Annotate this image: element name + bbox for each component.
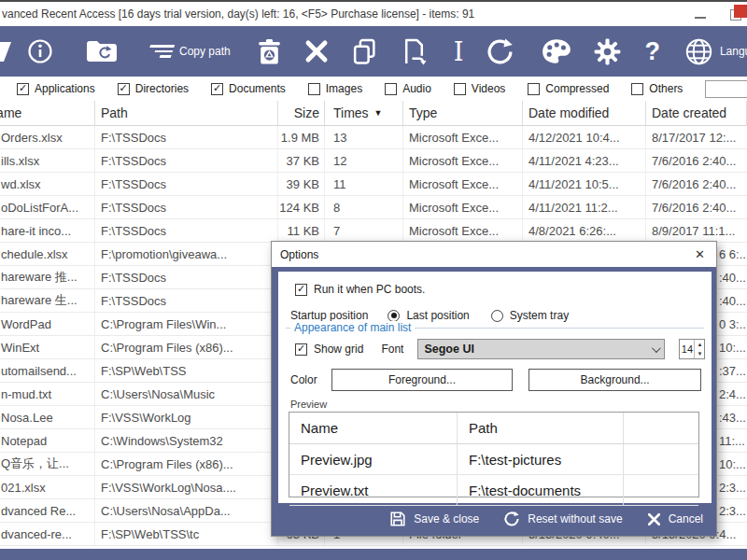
cell-name: hareware 推... [0, 266, 95, 288]
checkbox-icon [454, 83, 466, 95]
theme-button[interactable] [533, 26, 580, 77]
checkbox-icon [528, 83, 540, 95]
cell-name: Orders.xlsx [0, 126, 95, 148]
cell-type: Microsoft Exce... [403, 196, 523, 218]
cell-type: Microsoft Exce... [403, 149, 523, 172]
dialog-close-icon[interactable]: ✕ [692, 247, 708, 261]
run-at-boot-checkbox[interactable]: Run it when PC boots. [295, 283, 425, 296]
close-button[interactable] [734, 5, 747, 18]
cancel-x-icon [647, 512, 661, 526]
search-input[interactable] [705, 80, 747, 98]
clipped-filter-button[interactable] [0, 26, 20, 77]
delete-button[interactable] [297, 26, 336, 77]
table-row[interactable]: ills.xlsxF:\TSSDocs37 KB12Microsoft Exce… [0, 149, 747, 173]
cell-path: C:\Users\Nosa\AppDa... [95, 499, 278, 522]
radio-icon [491, 310, 503, 322]
radio-system-tray[interactable]: System tray [491, 309, 569, 322]
cell-name: dvanced-re... [0, 523, 95, 545]
color-label: Color [290, 373, 317, 386]
copy-path-label: Copy path [179, 45, 231, 58]
preview-label: Preview [290, 399, 327, 410]
filter-checkbox-videos[interactable]: Videos [454, 82, 505, 95]
reset-without-save-button[interactable]: Reset without save [503, 511, 622, 527]
column-header-size[interactable]: Size [278, 101, 325, 125]
column-header-date-created[interactable]: Date created [646, 101, 747, 125]
table-row[interactable]: hare-it inco...F:\TSSDocs11 KB7Microsoft… [0, 219, 747, 243]
info-button[interactable] [20, 26, 61, 77]
cancel-button[interactable]: Cancel [647, 512, 703, 526]
minimize-button[interactable] [695, 17, 706, 19]
table-row[interactable]: oDoListForA...F:\TSSDocs124 KB8Microsoft… [0, 196, 747, 219]
filter-checkbox-others[interactable]: Others [631, 82, 683, 95]
cell-modified: 4/12/2021 10:4... [523, 126, 646, 148]
cell-path: F:\VSS\WorkLog\Nosa.... [95, 476, 278, 498]
cell-size: 1.9 MB [278, 126, 325, 148]
cell-size: 39 KB [278, 173, 325, 195]
status-bar [0, 549, 747, 560]
radio-icon [388, 310, 400, 322]
background-button[interactable]: Background... [529, 369, 701, 391]
radio-last-position[interactable]: Last position [388, 309, 469, 322]
cell-created: 8/17/2017 12:... [646, 126, 747, 148]
rename-button[interactable]: I [446, 26, 472, 77]
copy-button[interactable] [344, 26, 386, 77]
dialog-title: Options [280, 248, 318, 261]
recycle-button[interactable] [249, 26, 289, 77]
cell-name: n-mud.txt [0, 383, 95, 405]
settings-button[interactable] [585, 26, 629, 77]
cell-name: Notepad [0, 429, 95, 452]
stepper-down-icon[interactable]: ▼ [695, 349, 704, 358]
filter-checkbox-documents[interactable]: Documents [211, 82, 286, 95]
filter-checkbox-images[interactable]: Images [308, 82, 362, 95]
checkbox-icon [17, 83, 29, 95]
column-header-type[interactable]: Type [403, 101, 523, 125]
column-header-path[interactable]: Path [95, 101, 278, 125]
cell-size: 124 KB [278, 196, 325, 218]
filter-checkbox-directories[interactable]: Directories [118, 82, 189, 95]
table-row[interactable]: wd.xlsxF:\TSSDocs39 KB11Microsoft Exce..… [0, 173, 747, 196]
cell-path: C:\Users\Nosa\Music [95, 383, 278, 405]
cell-times: 8 [325, 196, 403, 218]
copy-path-button[interactable]: Copy path [141, 26, 238, 77]
column-header-name[interactable]: Name [0, 101, 95, 125]
column-header-times[interactable]: Times▼ [325, 101, 403, 125]
filter-checkbox-audio[interactable]: Audio [385, 82, 431, 95]
stepper-up-icon[interactable]: ▲ [695, 340, 704, 349]
delete-x-icon [304, 39, 329, 63]
cell-path: F:\TSSDocs [95, 219, 278, 242]
cell-name: WordPad [0, 313, 95, 335]
language-button[interactable]: Language [677, 26, 747, 77]
cell-times: 7 [325, 219, 403, 242]
cell-path: F:\SP\Web\TSS [95, 359, 278, 382]
checkbox-icon [385, 83, 397, 95]
cell-path: F:\TSSDocs [95, 173, 278, 195]
refresh-button[interactable] [478, 26, 522, 77]
save-icon [389, 511, 406, 527]
table-row[interactable]: Orders.xlsxF:\TSSDocs1.9 MB13Microsoft E… [0, 126, 747, 149]
show-grid-checkbox[interactable]: Show grid [295, 343, 363, 356]
open-folder-button[interactable] [78, 26, 126, 77]
cell-times: 13 [325, 126, 403, 148]
cell-path: F:\SP\Web\TSS\tc [95, 523, 278, 545]
cell-name: WinExt [0, 336, 95, 358]
filter-checkbox-compressed[interactable]: Compressed [528, 82, 609, 95]
copy-path-icon [147, 45, 175, 58]
cell-created: 7/6/2016 2:40... [646, 196, 747, 218]
cell-created: 7/6/2016 2:40... [646, 149, 747, 172]
preview-table-body: Preview.jpgF:\test-picturesPreview.txtF:… [289, 444, 698, 506]
filter-checkbox-applications[interactable]: Applications [17, 82, 95, 95]
save-and-close-button[interactable]: Save & close [389, 511, 479, 527]
cell-size: 11 KB [278, 219, 325, 242]
cell-name: Nosa.Lee [0, 406, 95, 428]
font-row: Show grid Font Segoe UI 14 ▲▼ [295, 339, 705, 359]
help-button[interactable]: ? [637, 26, 668, 77]
font-size-stepper[interactable]: 14 ▲▼ [679, 339, 705, 359]
column-header-date-modified[interactable]: Date modified [523, 101, 646, 125]
foreground-button[interactable]: Foreground... [331, 369, 514, 391]
cell-times: 11 [325, 173, 403, 195]
export-button[interactable] [393, 26, 435, 77]
filter-checkboxes: ApplicationsDirectoriesDocumentsImagesAu… [17, 82, 683, 95]
app-window: vanced Recent Access [16 days trial vers… [0, 0, 747, 560]
font-dropdown[interactable]: Segoe UI [417, 339, 665, 359]
globe-icon [684, 37, 713, 66]
